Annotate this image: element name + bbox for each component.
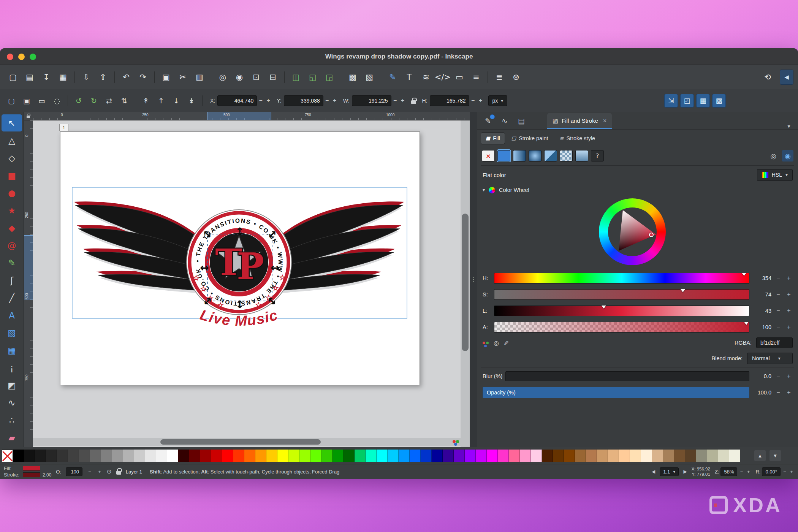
- opacity-slider[interactable]: Opacity (%): [483, 387, 749, 398]
- layer-visibility-icon[interactable]: ⊙: [107, 468, 112, 475]
- palette-swatch[interactable]: [332, 450, 344, 462]
- undo-icon[interactable]: ↶: [118, 68, 135, 86]
- palette-swatch[interactable]: [388, 450, 399, 462]
- blur-increment-button[interactable]: +: [785, 373, 793, 380]
- opacity-decrement-button[interactable]: −: [87, 469, 92, 475]
- palette-swatch[interactable]: [178, 450, 189, 462]
- layer-selector[interactable]: Layer 1: [126, 469, 142, 475]
- text-tool[interactable]: A: [2, 307, 22, 324]
- blur-slider[interactable]: [505, 371, 749, 381]
- palette-swatch[interactable]: [509, 450, 520, 462]
- palette-swatch[interactable]: [24, 450, 35, 462]
- slider-increment-button[interactable]: +: [785, 291, 793, 298]
- pattern-button[interactable]: [560, 150, 573, 162]
- unlink-clone-icon[interactable]: ◲: [321, 68, 338, 86]
- palette-swatch[interactable]: [674, 450, 685, 462]
- lock-guides-icon[interactable]: [27, 116, 30, 118]
- slider-value[interactable]: 100: [752, 324, 771, 330]
- palette-swatch[interactable]: [310, 450, 321, 462]
- stroke-swatch[interactable]: [23, 472, 40, 477]
- x-input[interactable]: 464.740: [217, 95, 257, 106]
- tab-stroke-paint[interactable]: □ Stroke paint: [507, 133, 553, 144]
- color-wheel-expander[interactable]: ▾ Color Wheel: [477, 183, 798, 197]
- palette-swatch[interactable]: [255, 450, 266, 462]
- radial-gradient-button[interactable]: [529, 150, 542, 162]
- spray-dialog-icon[interactable]: ≋: [418, 68, 434, 86]
- palette-swatch[interactable]: [366, 450, 377, 462]
- blend-mode-dropdown[interactable]: Normal ▾: [747, 353, 793, 364]
- color-management-icon[interactable]: [449, 438, 459, 445]
- palette-swatch[interactable]: [410, 450, 421, 462]
- pen-tool[interactable]: ʃ: [2, 272, 22, 289]
- slider-increment-button[interactable]: +: [785, 275, 793, 282]
- palette-scroll-up-icon[interactable]: ▴: [754, 450, 766, 461]
- no-paint-button[interactable]: ×: [482, 150, 495, 162]
- vertical-scrollbar-thumb[interactable]: [462, 214, 469, 351]
- pencil-tool[interactable]: ✎: [2, 254, 22, 271]
- palette-swatch[interactable]: [729, 450, 740, 462]
- palette-swatch[interactable]: [344, 450, 355, 462]
- palette-swatch[interactable]: [476, 450, 487, 462]
- palette-swatch[interactable]: [266, 450, 277, 462]
- palette-swatch[interactable]: [222, 450, 233, 462]
- raise-icon[interactable]: ↑: [154, 93, 169, 109]
- paint-bucket-tool[interactable]: ◩: [2, 377, 22, 394]
- zoom-input[interactable]: 58%: [720, 467, 737, 476]
- lower-to-bottom-icon[interactable]: ↡: [184, 93, 199, 109]
- fill-rule-nonzero-icon[interactable]: ◉: [782, 150, 793, 162]
- redo-icon[interactable]: ↷: [135, 68, 151, 86]
- color-marker[interactable]: [649, 233, 654, 237]
- gradient-tool[interactable]: ▧: [2, 324, 22, 341]
- raise-to-top-icon[interactable]: ↟: [138, 93, 154, 109]
- horizontal-scrollbar-thumb[interactable]: [160, 439, 321, 445]
- palette-swatch[interactable]: [465, 450, 476, 462]
- palette-swatch[interactable]: [443, 450, 454, 462]
- fill-stroke-dock-icon[interactable]: ✎: [480, 113, 496, 128]
- fill-stroke-indicator[interactable]: Fill: Stroke: 2.00: [4, 466, 51, 478]
- palette-swatch[interactable]: [597, 450, 608, 462]
- palette-swatch[interactable]: [299, 450, 310, 462]
- dock-collapse-icon[interactable]: ▾: [782, 123, 796, 129]
- flip-vertical-icon[interactable]: ⇅: [117, 93, 132, 109]
- xml-editor-icon[interactable]: </>: [434, 68, 451, 86]
- palette-swatch[interactable]: [79, 450, 90, 462]
- palette-swatch[interactable]: [244, 450, 255, 462]
- dock-resize-handle[interactable]: ⋮: [470, 112, 477, 447]
- handle-bottom-icon[interactable]: ↕: [235, 298, 244, 311]
- select-all-icon[interactable]: ▢: [4, 93, 19, 109]
- palette-swatch[interactable]: [652, 450, 663, 462]
- vertical-scrollbar[interactable]: [461, 120, 470, 447]
- palette-swatch[interactable]: [123, 450, 134, 462]
- zoom-decrement-button[interactable]: −: [739, 469, 744, 475]
- object-opacity-input[interactable]: 100: [66, 467, 82, 476]
- slider-decrement-button[interactable]: −: [774, 275, 782, 282]
- tab-stroke-style[interactable]: ≡ Stroke style: [555, 133, 600, 144]
- palette-swatch[interactable]: [685, 450, 696, 462]
- unknown-paint-button[interactable]: ?: [591, 150, 604, 162]
- palette-swatch[interactable]: [35, 450, 46, 462]
- opacity-increment-button[interactable]: +: [785, 389, 793, 396]
- slider-bar[interactable]: [494, 289, 749, 300]
- palette-swatch[interactable]: [200, 450, 211, 462]
- palette-swatch[interactable]: [498, 450, 509, 462]
- blur-value[interactable]: 0.0: [752, 373, 771, 379]
- palette-swatch[interactable]: [211, 450, 222, 462]
- stroke-width-value[interactable]: 2.00: [43, 472, 51, 478]
- palette-swatch[interactable]: [156, 450, 167, 462]
- h-decrement-button[interactable]: −: [469, 97, 477, 104]
- palette-swatch[interactable]: [553, 450, 564, 462]
- group-icon[interactable]: ▩: [344, 68, 361, 86]
- object-properties-icon[interactable]: ▭: [451, 68, 468, 86]
- rectangle-tool[interactable]: ■: [2, 167, 22, 184]
- scale-stroke-toggle-icon[interactable]: ⇲: [664, 94, 678, 108]
- spiral-tool[interactable]: @: [2, 237, 22, 254]
- slider-value[interactable]: 43: [752, 308, 771, 314]
- tab-fill-and-stroke[interactable]: ▨ Fill and Stroke ×: [547, 113, 612, 129]
- palette-swatch[interactable]: [663, 450, 674, 462]
- canvas[interactable]: 1: [33, 120, 461, 447]
- reset-rotation-icon[interactable]: ⟲: [759, 68, 776, 86]
- palette-swatch[interactable]: [101, 450, 112, 462]
- flat-color-button[interactable]: [497, 150, 510, 162]
- dropper-tool[interactable]: ¡: [2, 359, 22, 376]
- shape-builder-tool[interactable]: ◇: [2, 149, 22, 166]
